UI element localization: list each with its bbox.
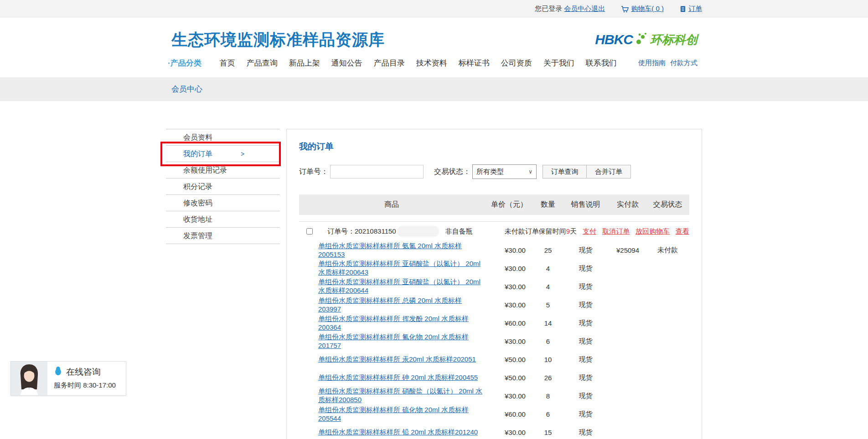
breadcrumb-band: 会员中心 [0, 77, 868, 101]
unit-price-value: ¥50.00 [484, 356, 534, 363]
unit-price-value: ¥60.00 [484, 319, 534, 327]
order-group: 订单号：20210831150 非自备瓶 未付款订单保留时间9天 支付取消订单放… [299, 221, 689, 439]
nav-item[interactable]: 产品查询 [247, 58, 278, 68]
member-center-link[interactable]: 会员中心 [564, 5, 591, 13]
col-header-paid: 实付款 [610, 200, 646, 209]
sidebar-item[interactable]: 会员资料 [166, 129, 280, 146]
order-item-row: 单组份水质监测标样标样所 铅 20ml 水质标样201240 ¥30.00 15… [299, 423, 689, 439]
order-select-checkbox[interactable] [306, 228, 313, 235]
nav-item[interactable]: 通知公告 [331, 58, 362, 68]
login-status-text: 您已登录 [535, 5, 562, 13]
nav-item[interactable]: 新品上架 [289, 58, 320, 68]
quantity-value: 15 [534, 429, 562, 436]
trade-status-label: 交易状态： [434, 167, 470, 177]
nav-item[interactable]: 公司资质 [501, 58, 532, 68]
unit-price-value: ¥30.00 [484, 265, 534, 272]
sidebar-item[interactable]: 余额使用记录 [166, 162, 280, 179]
quantity-value: 8 [534, 392, 562, 400]
order-item-rows: 单组份水质监测标样标样所 氨氮 20ml 水质标样2005153 ¥30.00 … [299, 241, 689, 439]
nav-item[interactable]: 关于我们 [543, 58, 574, 68]
order-action-link[interactable]: 支付 [583, 227, 596, 236]
order-item-row: 单组份水质监测标样标样所 亚硝酸盐（以氮计） 20ml 水质标样200644 ¥… [299, 277, 689, 296]
orders-link[interactable]: 订单 [688, 5, 702, 13]
nav-help-link[interactable]: 使用指南 [638, 59, 666, 67]
sidebar-item[interactable]: 收货地址 [166, 211, 280, 228]
sidebar-item-label: 积分记录 [183, 179, 212, 194]
sale-note-value: 现货 [562, 246, 610, 255]
order-action-link[interactable]: 取消订单 [602, 227, 630, 236]
sidebar-item[interactable]: 修改密码 [166, 195, 280, 211]
product-link[interactable]: 单组份水质监测标样标样所 氟化物 20ml 水质标样201757 [318, 333, 469, 349]
topbar: 您已登录 会员中心退出 购物车( 0 ) 订单 [0, 0, 868, 17]
sidebar-item[interactable]: 积分记录 [166, 179, 280, 195]
product-link[interactable]: 单组份水质监测标样标样所 亚硝酸盐（以氮计） 20ml 水质标样200643 [318, 260, 480, 276]
orders-table-header: 商品 单价（元） 数量 销售说明 实付款 交易状态 [299, 194, 689, 215]
product-link[interactable]: 单组份水质监测标样标样所 挥发酚 20ml 水质标样200364 [318, 315, 469, 331]
quantity-value: 25 [534, 246, 562, 254]
sidebar-item-arrow: > [241, 146, 244, 162]
product-link[interactable]: 单组份水质监测标样标样所 砷 20ml 水质标样200455 [318, 373, 478, 381]
nav-item[interactable]: 标样证书 [459, 58, 490, 68]
sidebar-item-label: 会员资料 [183, 129, 212, 145]
orders-table: 商品 单价（元） 数量 销售说明 实付款 交易状态 订单号：2021083115… [299, 194, 689, 439]
nav-item[interactable]: 首页 [220, 58, 235, 68]
nav-items: 首页产品查询新品上架通知公告产品目录技术资料标样证书公司资质关于我们联系我们 [220, 58, 617, 68]
sale-note-value: 现货 [562, 264, 610, 273]
order-action-link[interactable]: 放回购物车 [636, 227, 670, 236]
online-chat-widget[interactable]: 在线咨询 服务时间 8:30-17:00 [10, 361, 126, 396]
brand-dots-icon [636, 32, 647, 47]
unit-price-value: ¥50.00 [484, 374, 534, 382]
sale-note-value: 现货 [562, 337, 610, 346]
col-header-trade-status: 交易状态 [646, 200, 689, 209]
orders-panel: 我的订单 订单号： 交易状态： 所有类型 ∨ 订单查询 合并订单 商品 单价（元… [286, 129, 702, 439]
product-link[interactable]: 单组份水质监测标样标样所 铅 20ml 水质标样201240 [318, 428, 478, 436]
nav-help-link[interactable]: 付款方式 [670, 59, 698, 67]
merge-orders-button[interactable]: 合并订单 [587, 165, 631, 179]
logout-link[interactable]: 退出 [591, 5, 605, 13]
product-link[interactable]: 单组份水质监测标样标样所 硝酸盐（以氮计） 20ml 水质标样200850 [318, 387, 482, 403]
sidebar-item[interactable]: 发票管理 [166, 228, 280, 244]
sale-note-value: 现货 [562, 282, 610, 291]
sale-note-value: 现货 [562, 355, 610, 364]
order-action-link[interactable]: 查看 [676, 227, 689, 236]
product-link[interactable]: 单组份水质监测标样标样所 硫化物 20ml 水质标样205544 [318, 406, 469, 422]
nav-item[interactable]: 技术资料 [416, 58, 447, 68]
quantity-value: 5 [534, 301, 562, 309]
sidebar-item-label: 余额使用记录 [183, 162, 227, 178]
unit-price-value: ¥30.00 [484, 392, 534, 400]
unit-price-value: ¥30.00 [484, 337, 534, 345]
order-query-button[interactable]: 订单查询 [542, 165, 587, 179]
product-link[interactable]: 单组份水质监测标样标样所 氨氮 20ml 水质标样2005153 [318, 242, 462, 258]
site-header: 生态环境监测标准样品资源库 HBKC 环标科创 ·产品分类 首页产品查询新品上架… [0, 17, 868, 77]
quantity-value: 26 [534, 374, 562, 382]
product-link[interactable]: 单组份水质监测标样标样所 总磷 20ml 水质标样203997 [318, 296, 462, 313]
unit-price-value: ¥30.00 [484, 283, 534, 291]
brand-abbr-text: HBKC [595, 32, 633, 47]
sale-note-value: 现货 [562, 373, 610, 382]
chat-title[interactable]: 在线咨询 [66, 366, 101, 378]
agent-avatar [11, 362, 47, 395]
breadcrumb[interactable]: 会员中心 [171, 85, 202, 93]
quantity-value: 4 [534, 265, 562, 272]
col-header-sale-note: 销售说明 [562, 200, 610, 209]
nav-product-category[interactable]: ·产品分类 [168, 58, 202, 68]
trade-status-value: 未付款 [646, 246, 689, 255]
cart-link[interactable]: 购物车( 0 ) [631, 5, 664, 13]
sale-note-value: 现货 [562, 301, 610, 309]
sidebar-item[interactable]: 我的订单 > [166, 146, 280, 162]
page-title: 我的订单 [299, 141, 689, 153]
col-header-quantity: 数量 [534, 200, 562, 209]
nav-item[interactable]: 联系我们 [586, 58, 617, 68]
quantity-value: 6 [534, 337, 562, 345]
sidebar-item-label: 我的订单 [183, 146, 212, 162]
product-link[interactable]: 单组份水质监测标样标样所 汞20ml 水质标样202051 [318, 355, 476, 363]
nav-item[interactable]: 产品目录 [374, 58, 405, 68]
product-link[interactable]: 单组份水质监测标样标样所 亚硝酸盐（以氮计） 20ml 水质标样200644 [318, 278, 480, 294]
site-logo-title: 生态环境监测标准样品资源库 [171, 29, 385, 51]
main-nav: ·产品分类 首页产品查询新品上架通知公告产品目录技术资料标样证书公司资质关于我们… [166, 54, 702, 72]
trade-status-select[interactable]: 所有类型 ∨ [472, 164, 537, 179]
unit-price-value: ¥30.00 [484, 246, 534, 254]
bottle-note-text: 非自备瓶 [445, 227, 473, 236]
brand-name-text: 环标科创 [650, 32, 698, 48]
order-no-input[interactable] [330, 165, 424, 179]
